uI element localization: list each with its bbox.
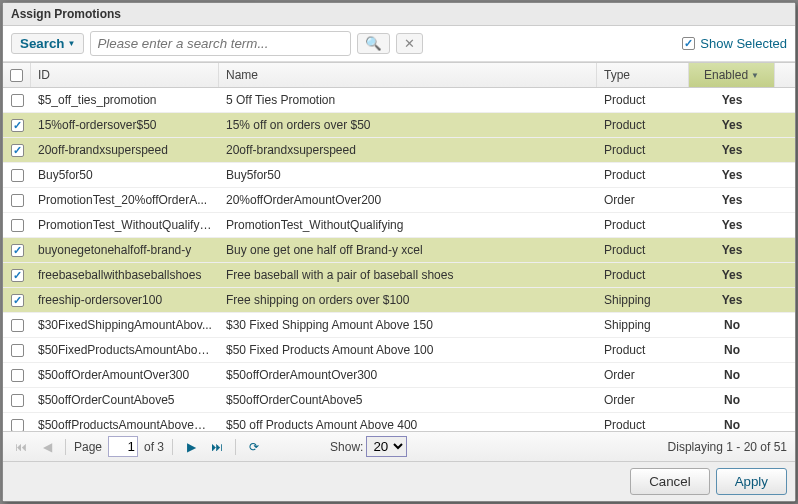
magnifier-icon: 🔍 [365, 36, 382, 51]
cell-id: PromotionTest_20%offOrderA... [31, 188, 219, 212]
row-checkbox[interactable] [3, 363, 31, 387]
column-header-enabled[interactable]: Enabled ▼ [689, 63, 775, 87]
cell-type: Product [597, 88, 689, 112]
table-row[interactable]: $50offProductsAmountAbove400$50 off Prod… [3, 413, 795, 431]
cell-type: Product [597, 238, 689, 262]
cell-name: 20off-brandxsuperspeed [219, 138, 597, 162]
row-checkbox[interactable] [3, 313, 31, 337]
cell-id: $50FixedProductsAmountAbov... [31, 338, 219, 362]
table-row[interactable]: 20off-brandxsuperspeed20off-brandxsupers… [3, 138, 795, 163]
search-icon-button[interactable]: 🔍 [357, 33, 390, 54]
cell-name: $50 Fixed Products Amount Above 100 [219, 338, 597, 362]
of-pages: of 3 [144, 440, 164, 454]
row-checkbox[interactable] [3, 388, 31, 412]
row-checkbox[interactable] [3, 288, 31, 312]
row-checkbox[interactable] [3, 113, 31, 137]
row-checkbox[interactable] [3, 238, 31, 262]
table-row[interactable]: $50offOrderCountAbove5$50offOrderCountAb… [3, 388, 795, 413]
page-label: Page [74, 440, 102, 454]
next-page-button[interactable]: ▶ [181, 437, 201, 457]
last-page-button[interactable]: ⏭ [207, 437, 227, 457]
cell-id: $30FixedShippingAmountAbov... [31, 313, 219, 337]
column-header-type[interactable]: Type [597, 63, 689, 87]
header-checkbox[interactable] [3, 63, 31, 87]
row-checkbox[interactable] [3, 413, 31, 431]
pager: ⏮ ◀ Page of 3 ▶ ⏭ ⟳ Show: 20 Displaying … [3, 431, 795, 461]
cell-type: Product [597, 263, 689, 287]
row-checkbox[interactable] [3, 88, 31, 112]
cell-name: Free baseball with a pair of baseball sh… [219, 263, 597, 287]
cell-name: PromotionTest_WithoutQualifying [219, 213, 597, 237]
cell-id: PromotionTest_WithoutQualifying [31, 213, 219, 237]
cell-enabled: No [689, 363, 775, 387]
cell-enabled: Yes [689, 88, 775, 112]
table-row[interactable]: buyonegetonehalfoff-brand-yBuy one get o… [3, 238, 795, 263]
chevron-down-icon: ▼ [67, 39, 75, 48]
table-row[interactable]: freeship-ordersover100Free shipping on o… [3, 288, 795, 313]
table-row[interactable]: $30FixedShippingAmountAbov...$30 Fixed S… [3, 313, 795, 338]
cell-name: Buy5for50 [219, 163, 597, 187]
cell-id: $50offOrderCountAbove5 [31, 388, 219, 412]
cell-id: Buy5for50 [31, 163, 219, 187]
row-checkbox[interactable] [3, 263, 31, 287]
cell-type: Shipping [597, 313, 689, 337]
table-row[interactable]: Buy5for50Buy5for50ProductYes [3, 163, 795, 188]
refresh-button[interactable]: ⟳ [244, 437, 264, 457]
dialog-title: Assign Promotions [3, 3, 795, 26]
cell-id: $50offOrderAmountOver300 [31, 363, 219, 387]
table-row[interactable]: $50offOrderAmountOver300$50offOrderAmoun… [3, 363, 795, 388]
cell-enabled: No [689, 413, 775, 431]
cell-name: $50offOrderAmountOver300 [219, 363, 597, 387]
row-checkbox[interactable] [3, 188, 31, 212]
table-row[interactable]: PromotionTest_20%offOrderA...20%offOrder… [3, 188, 795, 213]
cell-id: buyonegetonehalfoff-brand-y [31, 238, 219, 262]
cell-type: Product [597, 213, 689, 237]
column-header-name[interactable]: Name [219, 63, 597, 87]
prev-page-button[interactable]: ◀ [37, 437, 57, 457]
cancel-button[interactable]: Cancel [630, 468, 710, 495]
clear-search-button[interactable]: ✕ [396, 33, 423, 54]
apply-button[interactable]: Apply [716, 468, 787, 495]
first-page-button[interactable]: ⏮ [11, 437, 31, 457]
row-checkbox[interactable] [3, 213, 31, 237]
table-row[interactable]: freebaseballwithbaseballshoesFree baseba… [3, 263, 795, 288]
close-icon: ✕ [404, 36, 415, 51]
cell-name: 20%offOrderAmountOver200 [219, 188, 597, 212]
cell-enabled: Yes [689, 288, 775, 312]
show-selected-toggle[interactable]: Show Selected [682, 36, 787, 51]
row-checkbox[interactable] [3, 338, 31, 362]
show-selected-checkbox[interactable] [682, 37, 695, 50]
search-input[interactable] [90, 31, 351, 56]
cell-enabled: Yes [689, 138, 775, 162]
row-checkbox[interactable] [3, 163, 31, 187]
search-dropdown-button[interactable]: Search ▼ [11, 33, 84, 54]
grid-body[interactable]: $5_off_ties_promotion5 Off Ties Promotio… [3, 88, 795, 431]
row-checkbox[interactable] [3, 138, 31, 162]
table-row[interactable]: $50FixedProductsAmountAbov...$50 Fixed P… [3, 338, 795, 363]
cell-enabled: Yes [689, 263, 775, 287]
cell-name: 15% off on orders over $50 [219, 113, 597, 137]
cell-type: Product [597, 413, 689, 431]
cell-enabled: No [689, 313, 775, 337]
column-header-id[interactable]: ID [31, 63, 219, 87]
table-row[interactable]: PromotionTest_WithoutQualifyingPromotion… [3, 213, 795, 238]
search-label: Search [20, 36, 64, 51]
cell-id: $5_off_ties_promotion [31, 88, 219, 112]
cell-enabled: No [689, 338, 775, 362]
cell-name: $50offOrderCountAbove5 [219, 388, 597, 412]
cell-enabled: Yes [689, 163, 775, 187]
cell-id: 15%off-ordersover$50 [31, 113, 219, 137]
cell-id: 20off-brandxsuperspeed [31, 138, 219, 162]
assign-promotions-dialog: Assign Promotions Search ▼ 🔍 ✕ Show Sele… [2, 2, 796, 502]
table-row[interactable]: 15%off-ordersover$5015% off on orders ov… [3, 113, 795, 138]
cell-type: Order [597, 363, 689, 387]
cell-type: Order [597, 388, 689, 412]
cell-name: Free shipping on orders over $100 [219, 288, 597, 312]
page-input[interactable] [108, 436, 138, 457]
cell-enabled: Yes [689, 113, 775, 137]
cell-name: $50 off Products Amount Above 400 [219, 413, 597, 431]
cell-type: Product [597, 338, 689, 362]
table-row[interactable]: $5_off_ties_promotion5 Off Ties Promotio… [3, 88, 795, 113]
cell-enabled: No [689, 388, 775, 412]
page-size-select[interactable]: 20 [366, 436, 407, 457]
